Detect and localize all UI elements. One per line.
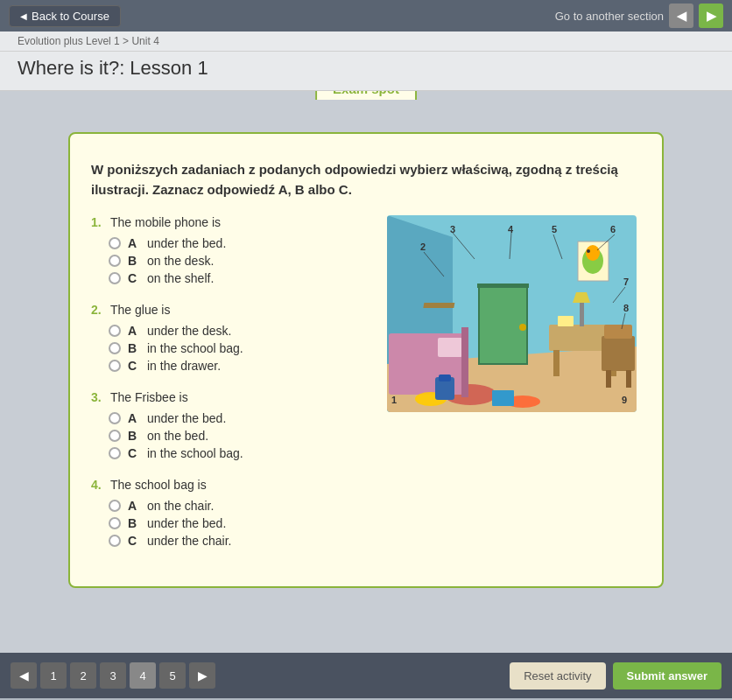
svg-point-5: [519, 324, 526, 331]
option-letter-q4-b: B: [128, 516, 140, 530]
questions-column: 1.The mobile phone isAunder the bed.Bon …: [91, 215, 370, 565]
svg-text:8: 8: [623, 303, 629, 313]
breadcrumb-course: Evolution plus Level 1: [18, 35, 120, 47]
svg-text:5: 5: [552, 224, 557, 234]
question-3-option-c[interactable]: Cin the school bag.: [91, 444, 370, 462]
option-text-q4-a: on the chair.: [147, 499, 214, 513]
option-text-q1-c: on the shelf.: [147, 271, 214, 285]
back-to-course-button[interactable]: Back to Course: [9, 5, 121, 27]
option-letter-q3-a: A: [128, 411, 140, 425]
question-1-option-b[interactable]: Bon the desk.: [91, 252, 370, 270]
breadcrumb-separator: >: [123, 35, 129, 47]
radio-q1-a[interactable]: [109, 237, 121, 249]
radio-q4-c[interactable]: [109, 535, 121, 547]
page-1-button[interactable]: 1: [40, 662, 67, 689]
option-letter-q2-a: A: [128, 324, 140, 338]
radio-q2-b[interactable]: [109, 342, 121, 354]
option-letter-q3-b: B: [128, 429, 140, 443]
radio-q1-c[interactable]: [109, 272, 121, 284]
radio-q4-b[interactable]: [109, 517, 121, 529]
option-text-q4-c: under the chair.: [147, 534, 232, 548]
question-4-option-c[interactable]: Cunder the chair.: [91, 532, 370, 550]
svg-rect-4: [479, 285, 527, 364]
option-text-q3-a: under the bed.: [147, 411, 226, 425]
svg-point-26: [586, 245, 600, 261]
svg-rect-7: [423, 303, 454, 308]
question-3-option-b[interactable]: Bon the bed.: [91, 427, 370, 444]
section-prev-button[interactable]: ◀: [669, 4, 693, 28]
question-2-text: The glue is: [110, 303, 170, 317]
question-2-option-b[interactable]: Bin the school bag.: [91, 340, 370, 357]
submit-answer-button[interactable]: Submit answer: [613, 662, 721, 690]
exam-spot-tab: Exam spot: [315, 91, 417, 100]
radio-q3-a[interactable]: [109, 412, 121, 424]
bottom-toolbar: ◀ 1 2 3 4 5 ▶ Reset activity Submit answ…: [0, 653, 732, 698]
radio-q3-c[interactable]: [109, 447, 121, 459]
svg-text:9: 9: [622, 395, 627, 405]
svg-text:4: 4: [508, 224, 514, 234]
option-text-q2-b: in the school bag.: [147, 341, 243, 355]
breadcrumb-unit: Unit 4: [131, 35, 158, 47]
image-column: 3 4 5 2 6 7 8 1 9: [387, 215, 641, 565]
question-1: 1.The mobile phone isAunder the bed.Bon …: [91, 215, 370, 287]
radio-q3-b[interactable]: [109, 430, 121, 442]
svg-text:7: 7: [623, 276, 629, 287]
radio-q1-b[interactable]: [109, 255, 121, 267]
option-text-q4-b: under the bed.: [147, 516, 226, 530]
svg-rect-29: [492, 390, 514, 406]
question-2-option-c[interactable]: Cin the drawer.: [91, 357, 370, 374]
option-letter-q2-c: C: [128, 359, 140, 373]
question-1-number: 1.: [91, 215, 105, 229]
radio-q2-a[interactable]: [109, 325, 121, 337]
content-area: Exam spot W poniższych zadaniach z podan…: [0, 91, 732, 653]
pagination: ◀ 1 2 3 4 5 ▶: [11, 662, 215, 689]
option-letter-q1-b: B: [128, 254, 140, 268]
question-4-option-a[interactable]: Aon the chair.: [91, 497, 370, 514]
question-4: 4.The school bag isAon the chair.Bunder …: [91, 478, 370, 550]
option-text-q1-a: under the bed.: [147, 236, 226, 250]
svg-rect-20: [606, 370, 611, 388]
svg-rect-19: [604, 325, 632, 339]
option-text-q3-b: on the bed.: [147, 429, 208, 443]
exam-body: 1.The mobile phone isAunder the bed.Bon …: [91, 215, 641, 565]
page-3-button[interactable]: 3: [100, 662, 126, 689]
svg-rect-16: [553, 350, 560, 376]
question-3-option-a[interactable]: Aunder the bed.: [91, 410, 370, 427]
question-1-text: The mobile phone is: [110, 215, 221, 229]
option-letter-q3-c: C: [128, 446, 140, 460]
question-1-option-a[interactable]: Aunder the bed.: [91, 234, 370, 252]
question-2: 2.The glue isAunder the desk.Bin the sch…: [91, 303, 370, 374]
option-letter-q1-a: A: [128, 236, 140, 250]
svg-text:6: 6: [610, 224, 616, 234]
option-text-q2-a: under the desk.: [147, 324, 232, 338]
question-1-option-c[interactable]: Con the shelf.: [91, 270, 370, 287]
question-2-option-a[interactable]: Aunder the desk.: [91, 322, 370, 340]
pagination-next-button[interactable]: ▶: [189, 662, 215, 689]
svg-rect-6: [477, 284, 529, 288]
page-5-button[interactable]: 5: [159, 662, 186, 689]
option-text-q2-c: in the drawer.: [147, 359, 221, 373]
question-4-option-b[interactable]: Bunder the bed.: [91, 514, 370, 532]
svg-rect-21: [626, 370, 631, 388]
radio-q4-a[interactable]: [109, 500, 121, 512]
pagination-prev-button[interactable]: ◀: [11, 662, 37, 689]
page-4-button[interactable]: 4: [130, 662, 156, 689]
toolbar-actions: Reset activity Submit answer: [510, 662, 721, 690]
exam-card: W poniższych zadaniach z podanych odpowi…: [68, 132, 664, 588]
radio-q2-c[interactable]: [109, 360, 121, 372]
room-illustration: 3 4 5 2 6 7 8 1 9: [387, 215, 637, 412]
top-navigation: Back to Course Go to another section ◀ ▶: [0, 0, 732, 32]
section-next-button[interactable]: ▶: [699, 4, 723, 28]
option-text-q3-c: in the school bag.: [147, 446, 243, 460]
svg-rect-13: [439, 374, 451, 382]
svg-rect-18: [602, 336, 635, 371]
page-2-button[interactable]: 2: [70, 662, 96, 689]
question-3: 3.The Frisbee isAunder the bed.Bon the b…: [91, 390, 370, 462]
svg-rect-9: [438, 338, 462, 357]
svg-text:1: 1: [391, 395, 397, 405]
reset-activity-button[interactable]: Reset activity: [510, 662, 605, 690]
page-title: Where is it?: Lesson 1: [0, 52, 732, 91]
option-letter-q4-c: C: [128, 534, 140, 548]
breadcrumb: Evolution plus Level 1 > Unit 4: [0, 32, 732, 52]
question-3-number: 3.: [91, 390, 105, 404]
